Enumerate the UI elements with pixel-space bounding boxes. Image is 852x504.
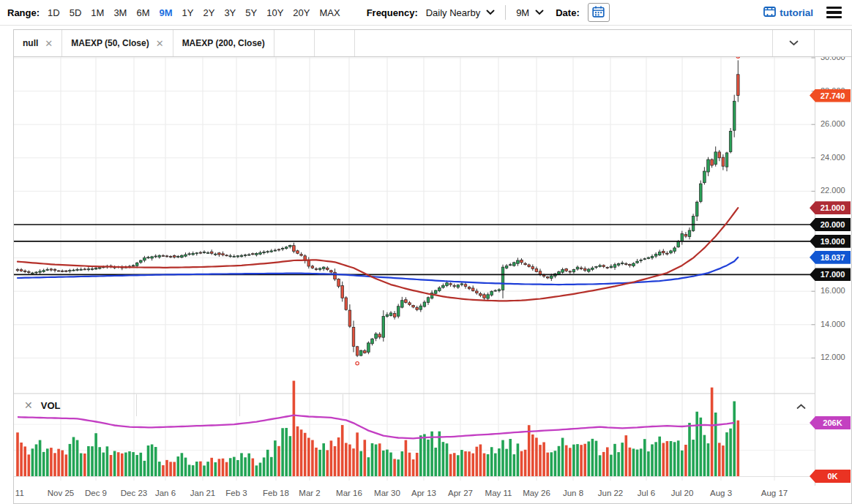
range-option-3m[interactable]: 3M (113, 7, 127, 18)
indicator-tabbar: null✕MAEXP (50, Close)✕MAEXP (200, Close… (14, 30, 851, 57)
price-tick-label: 12.000 (821, 353, 845, 361)
empty-tab-cell (240, 394, 343, 416)
chevron-down-icon (486, 10, 495, 15)
volume-pane-collapse-button[interactable] (795, 399, 807, 413)
range-label: Range: (7, 7, 40, 18)
frequency-label: Frequency: (367, 7, 418, 18)
range-option-2y[interactable]: 2Y (203, 7, 214, 18)
tab-null[interactable]: null✕ (14, 30, 62, 56)
time-tick-label: Aug 17 (751, 489, 798, 497)
empty-tab-cell (274, 30, 315, 56)
tab-maexp-200-close-[interactable]: MAEXP (200, Close) (173, 30, 274, 56)
empty-tab-cell (315, 30, 355, 56)
price-badge: 19.000 (810, 235, 851, 248)
toolbar: Range: 1D5D1M3M6M9M1Y2Y3Y5Y10Y20YMAX Fre… (0, 0, 852, 26)
volume-tab-label: VOL (41, 400, 61, 411)
price-badge: 18.037 (810, 251, 851, 264)
calendar-icon (592, 6, 605, 20)
tutorial-link[interactable]: tutorial (763, 7, 813, 19)
tabbar-spacer (355, 30, 772, 56)
close-icon[interactable]: ✕ (156, 38, 164, 49)
price-tick-label: 16.000 (821, 286, 845, 295)
price-axis: 30.00028.00026.00024.00022.00016.00014.0… (815, 56, 851, 484)
range-option-6m[interactable]: 6M (136, 7, 149, 18)
range-option-1y[interactable]: 1Y (182, 7, 194, 18)
range-option-1m[interactable]: 1M (91, 7, 104, 18)
chart-svg[interactable] (14, 56, 815, 486)
candle-wicks-layer (18, 60, 738, 357)
close-icon[interactable]: ✕ (24, 399, 33, 411)
candle-bodies-layer (16, 75, 739, 356)
date-picker-button[interactable] (588, 3, 610, 22)
range-selector: 1D5D1M3M6M9M1Y2Y3Y5Y10Y20YMAX (48, 7, 340, 18)
time-tick-label: Nov 11 (14, 489, 34, 497)
range-option-5d[interactable]: 5D (70, 7, 82, 18)
price-badge: 20.000 (810, 218, 851, 231)
ma200-line (18, 257, 738, 285)
time-axis: Nov 11Nov 25Dec 9Dec 23Jan 6Jan 21Feb 3F… (14, 484, 815, 503)
menu-icon[interactable] (825, 5, 843, 20)
main-pane-collapse-button[interactable] (772, 30, 815, 56)
price-tick-label: 24.000 (821, 153, 845, 162)
range-option-20y[interactable]: 20Y (293, 7, 310, 18)
volume-badge: 206K (810, 416, 851, 429)
toolbar-divider (505, 5, 506, 20)
chart-widget: null✕MAEXP (50, Close)✕MAEXP (200, Close… (13, 29, 852, 504)
volume-tabbar: ✕ VOL (14, 394, 343, 416)
range-option-3y[interactable]: 3Y (224, 7, 236, 18)
range-option-5y[interactable]: 5Y (245, 7, 257, 18)
price-tick-label: 22.000 (821, 186, 845, 195)
volume-ma-line (18, 415, 734, 439)
range-option-1d[interactable]: 1D (48, 7, 60, 18)
price-badge: 27.740 (810, 89, 851, 102)
chevron-up-icon (796, 401, 806, 412)
range-option-max[interactable]: MAX (319, 7, 340, 18)
time-tick-label: Aug 3 (698, 489, 744, 497)
tab-label: MAEXP (200, Close) (182, 38, 265, 48)
chevron-down-icon (535, 10, 544, 15)
price-badge: 17.000 (810, 268, 851, 281)
volume-badge: 0K (810, 470, 851, 483)
chevron-down-icon (789, 38, 799, 48)
close-icon[interactable]: ✕ (45, 38, 53, 49)
price-tick-label: 26.000 (821, 119, 845, 128)
tutorial-video-icon (763, 7, 776, 19)
empty-tab-cell (137, 394, 240, 416)
gridlines-layer (14, 56, 815, 481)
tab-volume[interactable]: ✕ VOL (14, 394, 137, 416)
date-label: Date: (556, 7, 580, 18)
price-badge: 21.000 (810, 201, 851, 214)
range-option-10y[interactable]: 10Y (266, 7, 283, 18)
range-option-9m[interactable]: 9M (160, 7, 173, 18)
tab-label: null (23, 38, 38, 48)
frequency-dropdown[interactable]: Daily Nearby (426, 7, 495, 18)
tab-label: MAEXP (50, Close) (71, 38, 149, 48)
price-tick-label: 14.000 (821, 320, 845, 328)
tab-maexp-50-close-[interactable]: MAEXP (50, Close)✕ (62, 30, 173, 56)
period-value: 9M (516, 7, 529, 18)
frequency-value: Daily Nearby (426, 7, 480, 18)
period-dropdown[interactable]: 9M (516, 7, 544, 18)
tabbar-corner (815, 30, 851, 56)
ma50-line (18, 208, 738, 301)
tutorial-label: tutorial (780, 7, 813, 18)
